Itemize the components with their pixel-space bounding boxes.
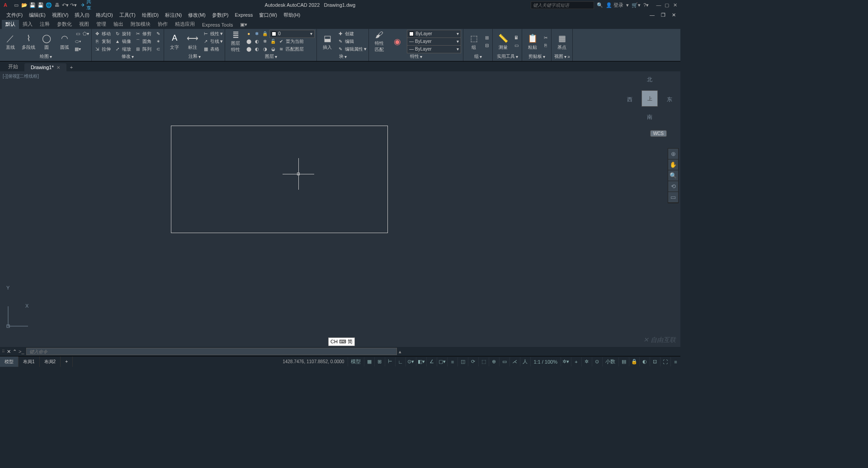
menu-tools[interactable]: 工具(T)	[117, 11, 138, 19]
nav-orbit-icon[interactable]: ⟲	[668, 181, 678, 192]
menu-params[interactable]: 参数(P)	[209, 11, 231, 19]
erase-icon[interactable]: ✎	[155, 30, 162, 37]
menu-edit[interactable]: 编辑(E)	[26, 11, 48, 19]
layer-unlock-icon[interactable]: 🔓	[269, 38, 277, 45]
menu-window[interactable]: 窗口(W)	[256, 11, 280, 19]
mdi-restore-icon[interactable]: ❐	[658, 11, 668, 19]
ribbon-tab-addins[interactable]: 附加模块	[127, 19, 154, 29]
fillet-icon[interactable]: ⌒	[134, 38, 142, 45]
offset-icon[interactable]: ⊂	[155, 46, 162, 53]
dimension-button[interactable]: ⟷标注	[184, 30, 201, 53]
command-input[interactable]	[26, 348, 397, 355]
group-button[interactable]: ⬚组	[465, 30, 482, 53]
ribbon-tab-express[interactable]: Express Tools	[198, 21, 236, 29]
group-edit-icon[interactable]: ⊟	[483, 42, 491, 49]
copy-clip-icon[interactable]: ⎘	[542, 42, 549, 49]
cmdline-handle-icon[interactable]: ⠿	[2, 349, 5, 354]
arc-button[interactable]: ◠圆弧	[56, 30, 73, 53]
ribbon-tab-featured[interactable]: 精选应用	[171, 19, 198, 29]
status-hardware-icon[interactable]: ⊡	[650, 357, 660, 366]
status-iso-icon[interactable]: ◧▾	[416, 357, 426, 366]
menu-format[interactable]: 格式(O)	[93, 11, 116, 19]
layer-thaw-icon[interactable]: ❄	[261, 38, 269, 45]
redo-icon[interactable]: ↷▾	[70, 1, 77, 9]
select-icon[interactable]: ▭	[513, 42, 520, 49]
mirror-icon[interactable]: ▲	[114, 38, 121, 45]
status-annovis-icon[interactable]: 人	[520, 357, 530, 366]
status-units-button[interactable]: 小数	[602, 357, 618, 366]
layer-lock-icon[interactable]: 🔒	[261, 30, 269, 37]
status-qp-icon[interactable]: ▭	[499, 357, 509, 366]
status-transparency-icon[interactable]: ◫	[458, 357, 467, 366]
paste-button[interactable]: 📋粘贴	[524, 30, 541, 53]
app-exchange-icon[interactable]: ▾	[626, 2, 629, 8]
ribbon-tab-insert[interactable]: 插入	[19, 19, 36, 29]
status-isolate-icon[interactable]: ◐	[639, 357, 649, 366]
insert-block-button[interactable]: ⬓插入	[319, 30, 336, 53]
ribbon-tab-annotate[interactable]: 注释	[36, 19, 53, 29]
nav-zoom-icon[interactable]: 🔍	[668, 170, 678, 181]
ribbon-tab-view[interactable]: 视图	[75, 19, 93, 29]
cmdline-expand-icon[interactable]: ▴	[399, 349, 401, 355]
plot-icon[interactable]: 🖶	[53, 1, 61, 9]
block-attr-icon[interactable]: ✎	[337, 46, 344, 53]
ribbon-tab-default[interactable]: 默认	[2, 19, 19, 29]
array-icon[interactable]: ⊞	[134, 46, 142, 53]
view-cube-top[interactable]: 上	[642, 90, 658, 107]
mdi-minimize-icon[interactable]: —	[647, 11, 657, 19]
status-annoscale-icon[interactable]: ⋌	[509, 357, 519, 366]
status-model-button[interactable]: 模型	[348, 357, 363, 366]
layer-match2-icon[interactable]: ◐	[253, 46, 260, 53]
layout-tab-model[interactable]: 模型	[0, 356, 19, 367]
layer-match-icon[interactable]: ≋	[278, 46, 285, 53]
status-otrack-icon[interactable]: ∠	[426, 357, 436, 366]
block-create-icon[interactable]: ✚	[337, 30, 344, 37]
tab-drawing1[interactable]: Drawing1*✕	[24, 63, 66, 71]
cmdline-history-icon[interactable]: ⌃	[13, 349, 17, 355]
login-button[interactable]: 👤 登录	[606, 2, 623, 9]
nav-pan-icon[interactable]: ✋	[668, 159, 678, 170]
search-icon[interactable]: 🔍	[597, 2, 603, 8]
undo-icon[interactable]: ↶▾	[61, 1, 69, 9]
wcs-badge[interactable]: WCS	[650, 130, 667, 137]
status-osnap-icon[interactable]: ▢▾	[437, 357, 447, 366]
layout-tab-layout1[interactable]: 布局1	[19, 356, 40, 367]
web-icon[interactable]: 🌐	[45, 1, 52, 9]
nav-showmotion-icon[interactable]: ▭	[668, 192, 678, 203]
save-icon[interactable]: 💾	[29, 1, 36, 9]
layer-match1-icon[interactable]: ⬤	[245, 46, 252, 53]
help-icon[interactable]: ?▾	[643, 2, 649, 8]
maximize-icon[interactable]: ▢	[663, 2, 670, 8]
block-edit-icon[interactable]: ✎	[337, 38, 344, 45]
menu-insert[interactable]: 插入(I)	[72, 11, 92, 19]
status-dyn-icon[interactable]: ⊕	[489, 357, 499, 366]
rotate-icon[interactable]: ↻	[114, 30, 121, 37]
lineweight-dropdown[interactable]: — ByLayer▾	[407, 37, 461, 46]
linetype-dropdown[interactable]: — ByLayer▾	[407, 45, 461, 53]
menu-dimension[interactable]: 标注(N)	[162, 11, 184, 19]
status-polar-icon[interactable]: ⊙▾	[406, 357, 415, 366]
scale-icon[interactable]: ⤢	[114, 46, 121, 53]
layer-setcurrent-icon[interactable]: ✔	[278, 38, 285, 45]
drawing-canvas[interactable]: [-][俯视][二维线框] Y X 北 南 西 东 上 WCS ⊕ ✋ 🔍 ⟲ …	[0, 71, 680, 347]
tab-add[interactable]: +	[66, 63, 76, 71]
layer-properties-button[interactable]: ≣图层 特性	[227, 30, 244, 53]
menu-view[interactable]: 视图(V)	[49, 11, 71, 19]
copy-icon[interactable]: ⎘	[94, 38, 101, 45]
menu-modify[interactable]: 修改(M)	[185, 11, 208, 19]
table-icon[interactable]: ▦	[202, 46, 209, 53]
line-button[interactable]: ／直线	[2, 30, 19, 53]
layout-tab-add[interactable]: +	[61, 356, 73, 367]
status-snap-icon[interactable]: ⊞	[374, 357, 384, 366]
stretch-icon[interactable]: ⇲	[94, 46, 101, 53]
props-palette-button[interactable]: ◉	[389, 30, 406, 53]
explode-icon[interactable]: ✶	[155, 38, 162, 45]
menu-file[interactable]: 文件(F)	[4, 11, 25, 19]
calc-icon[interactable]: 🖩	[513, 34, 520, 41]
ribbon-tab-parametric[interactable]: 参数化	[53, 19, 75, 29]
close-icon[interactable]: ✕	[671, 2, 679, 8]
status-lwt-icon[interactable]: ≡	[447, 357, 457, 366]
layer-dropdown[interactable]: 0▾	[269, 30, 315, 38]
status-grid-icon[interactable]: ▦	[364, 357, 374, 366]
cut-icon[interactable]: ✂	[542, 34, 549, 41]
